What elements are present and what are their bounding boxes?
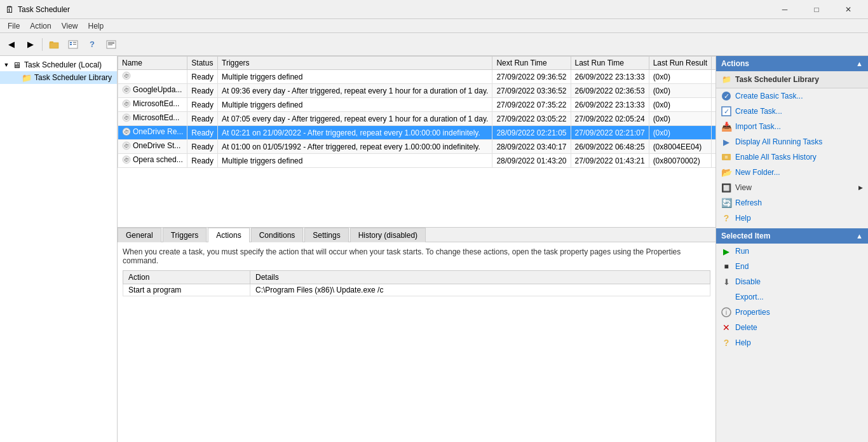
col-triggers[interactable]: Triggers: [218, 57, 492, 70]
tab-conditions[interactable]: Conditions: [251, 228, 304, 242]
library-folder-icon: 📁: [721, 74, 731, 85]
actions-library-item[interactable]: 📁 Task Scheduler Library: [716, 71, 868, 88]
cell-name: ⏱ MicrosoftEd...: [118, 98, 187, 112]
actions-header: Actions ▲: [716, 56, 868, 71]
task-table: Name Status Triggers Next Run Time Last …: [118, 56, 715, 168]
tab-settings[interactable]: Settings: [304, 228, 348, 242]
export-label: Export...: [735, 293, 764, 301]
tree-expand-library[interactable]: [13, 74, 20, 81]
table-row[interactable]: ⏱ Ready Multiple triggers defined 27/09/…: [118, 70, 716, 84]
back-button[interactable]: ◀: [3, 36, 20, 53]
task-icon: ⏱: [122, 141, 131, 150]
open-folder-button[interactable]: [45, 36, 63, 53]
export-icon: [721, 292, 731, 302]
col-result[interactable]: Last Run Result: [649, 57, 711, 70]
action-enable-history[interactable]: ≡ Enable All Tasks History: [716, 149, 868, 165]
action-end[interactable]: ■ End: [716, 259, 868, 274]
action-help-selected[interactable]: ? Help: [716, 335, 868, 350]
action-view[interactable]: 🔲 View ▶: [716, 180, 868, 195]
tree-item-library[interactable]: 📁 Task Scheduler Library: [0, 71, 117, 84]
actions-collapse-btn[interactable]: ▲: [856, 60, 863, 67]
properties-toolbar-button[interactable]: [102, 36, 120, 53]
cell-last-run: 26/09/2022 23:13:33: [571, 70, 649, 84]
help-label: Help: [735, 214, 751, 223]
svg-text:⏱: ⏱: [124, 87, 129, 93]
action-cell-type: Start a program: [123, 284, 250, 296]
selected-item-collapse-btn[interactable]: ▲: [856, 232, 863, 240]
forward-button[interactable]: ▶: [22, 36, 39, 53]
cell-triggers: At 01:00 on 01/05/1992 - After triggered…: [218, 140, 492, 154]
action-new-folder[interactable]: 📂 New Folder...: [716, 165, 868, 180]
help-toolbar-button[interactable]: ?: [83, 36, 101, 53]
action-refresh[interactable]: 🔄 Refresh: [716, 195, 868, 211]
svg-rect-10: [108, 43, 114, 44]
action-delete[interactable]: ✕ Delete: [716, 320, 868, 335]
action-col-action: Action: [123, 271, 250, 284]
svg-rect-11: [108, 45, 112, 45]
cell-triggers: Multiple triggers defined: [218, 70, 492, 84]
cell-next-run: 27/09/2022 07:35:22: [492, 98, 571, 112]
action-help[interactable]: ? Help: [716, 211, 868, 226]
minimize-button[interactable]: ─: [770, 0, 799, 19]
action-display-running[interactable]: ▶ Display All Running Tasks: [716, 134, 868, 149]
view-button[interactable]: [64, 36, 82, 53]
run-label: Run: [735, 247, 749, 256]
action-create-task[interactable]: ✓ Create Task...: [716, 104, 868, 119]
view-label: View: [735, 183, 752, 192]
toolbar: ◀ ▶ ?: [0, 33, 868, 56]
menu-help[interactable]: Help: [83, 20, 109, 32]
col-name[interactable]: Name: [118, 57, 187, 70]
toolbar-sep-1: [42, 38, 43, 51]
col-next-run[interactable]: Next Run Time: [492, 57, 571, 70]
action-import[interactable]: 📥 Import Task...: [716, 119, 868, 134]
table-row[interactable]: ⏱ Opera sched... Ready Multiple triggers…: [118, 154, 716, 168]
cell-status: Ready: [187, 126, 218, 140]
cell-triggers: At 02:21 on 21/09/2022 - After triggered…: [218, 126, 492, 140]
tabs-panel: General Triggers Actions Conditions Sett…: [118, 228, 715, 442]
tree-item-local[interactable]: ▼ 🖥 Task Scheduler (Local): [0, 59, 117, 71]
svg-text:⏱: ⏱: [124, 143, 129, 149]
tree-label-local: Task Scheduler (Local): [24, 60, 102, 69]
menu-action[interactable]: Action: [25, 20, 56, 32]
disable-icon: ⬇: [721, 277, 731, 287]
delete-icon: ✕: [721, 322, 731, 333]
action-export[interactable]: Export...: [716, 289, 868, 305]
tab-general[interactable]: General: [118, 228, 161, 242]
view-action-icon: 🔲: [721, 183, 731, 193]
right-panel: Actions ▲ 📁 Task Scheduler Library ✓ Cre…: [715, 56, 868, 442]
tree-expand-local[interactable]: ▼: [3, 61, 10, 69]
close-button[interactable]: ✕: [834, 0, 863, 19]
table-row[interactable]: ⏱ OneDrive Re... Ready At 02:21 on 21/09…: [118, 126, 716, 140]
action-row[interactable]: Start a program C:\Program Files (x86)\ …: [123, 284, 710, 296]
task-list[interactable]: Name Status Triggers Next Run Time Last …: [118, 56, 715, 228]
task-icon: ⏱: [122, 113, 131, 122]
table-row[interactable]: ⏱ MicrosoftEd... Ready Multiple triggers…: [118, 98, 716, 112]
app-title: Task Scheduler: [18, 5, 70, 14]
task-icon: ⏱: [122, 99, 131, 108]
titlebar-controls: ─ □ ✕: [770, 0, 863, 19]
svg-rect-9: [108, 42, 114, 43]
col-author[interactable]: Au: [712, 57, 715, 70]
menu-file[interactable]: File: [3, 20, 25, 32]
table-row[interactable]: ⏱ GoogleUpda... Ready At 09:36 every day…: [118, 84, 716, 98]
col-status[interactable]: Status: [187, 57, 218, 70]
svg-text:✓: ✓: [724, 92, 729, 100]
tab-actions[interactable]: Actions: [208, 228, 249, 242]
cell-next-run: 27/09/2022 03:36:52: [492, 84, 571, 98]
action-create-basic[interactable]: ✓ Create Basic Task...: [716, 88, 868, 104]
computer-icon: 🖥: [11, 60, 22, 70]
tab-history[interactable]: History (disabled): [350, 228, 426, 242]
tab-triggers[interactable]: Triggers: [163, 228, 207, 242]
cell-last-run: 26/09/2022 02:36:53: [571, 84, 649, 98]
action-run[interactable]: ▶ Run: [716, 244, 868, 259]
table-row[interactable]: ⏱ MicrosoftEd... Ready At 07:05 every da…: [118, 112, 716, 126]
action-properties[interactable]: i Properties: [716, 305, 868, 320]
table-row[interactable]: ⏱ OneDrive St... Ready At 01:00 on 01/05…: [118, 140, 716, 154]
col-last-run[interactable]: Last Run Time: [571, 57, 649, 70]
selected-item-header-label: Selected Item: [721, 231, 770, 240]
maximize-button[interactable]: □: [802, 0, 831, 19]
action-disable[interactable]: ⬇ Disable: [716, 274, 868, 289]
main-container: ▼ 🖥 Task Scheduler (Local) 📁 Task Schedu…: [0, 56, 868, 442]
menu-view[interactable]: View: [57, 20, 83, 32]
cell-name: ⏱ MicrosoftEd...: [118, 112, 187, 126]
